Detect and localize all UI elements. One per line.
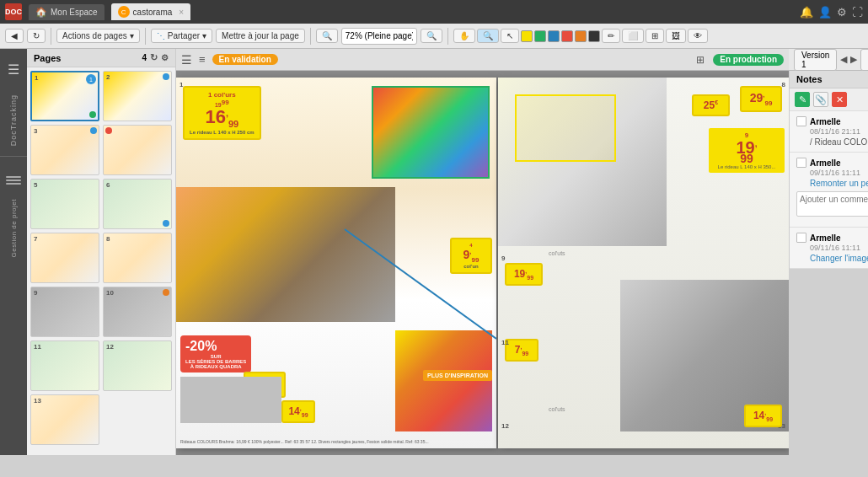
page-number-8: 8 bbox=[782, 81, 785, 88]
zoom-search-button[interactable]: 🔍 bbox=[421, 29, 442, 43]
notes-toolbar: ✎ 📎 ✕ bbox=[790, 88, 868, 111]
page-thumb-4[interactable]: 4 bbox=[103, 125, 172, 175]
price-badge-2: 4 9,99 col'un bbox=[450, 238, 492, 274]
page-thumb-13[interactable]: 13 bbox=[30, 394, 99, 445]
note-item-3: Armelle 09/11/16 11:11 Changer l'image bbox=[790, 228, 868, 269]
hardware-image bbox=[180, 377, 281, 423]
pages-title: Pages bbox=[34, 53, 61, 63]
actions-button[interactable]: Actions de pages ▾ bbox=[56, 29, 140, 43]
zoom-input[interactable] bbox=[341, 28, 417, 45]
menu-icon[interactable]: ☰ bbox=[181, 53, 192, 67]
price-right-4: 19,99 bbox=[505, 263, 543, 286]
doctracking-label: DocTracking bbox=[9, 94, 18, 146]
page-row-7: 13 bbox=[30, 394, 172, 445]
notes-title: Notes bbox=[796, 74, 822, 84]
page-thumb-10[interactable]: 10 bbox=[103, 287, 172, 337]
page-thumb-8[interactable]: 8 bbox=[103, 233, 172, 283]
hand-tool[interactable]: ✋ bbox=[453, 29, 475, 43]
pages-panel: Pages 4 ↻ ⚙ 1 1 2 bbox=[27, 49, 176, 455]
note-checkbox-3[interactable] bbox=[796, 233, 806, 243]
notes-header: Notes bbox=[790, 71, 868, 88]
price-right-5: 7,99 bbox=[505, 339, 538, 362]
expand-icon[interactable]: ⛶ bbox=[852, 6, 863, 19]
sub-toolbar-right: ⊞ En production bbox=[696, 54, 784, 66]
chevron-down-icon: ▾ bbox=[130, 31, 134, 40]
price-badge-4: 14,99 bbox=[281, 400, 315, 423]
view-icon[interactable]: ⊞ bbox=[696, 54, 705, 66]
tab-castorama[interactable]: C castorama × bbox=[111, 3, 191, 20]
left-panel: ☰ DocTracking Gestion de projet bbox=[0, 49, 27, 455]
back-button[interactable]: ◀ bbox=[5, 29, 24, 43]
note-item-2: Armelle 09/11/16 11:11 Remonter un peu l… bbox=[790, 153, 868, 228]
crop-tool[interactable]: ⊞ bbox=[646, 29, 664, 43]
color-swatch-green[interactable] bbox=[534, 30, 546, 42]
note-comment-input[interactable] bbox=[796, 191, 868, 217]
notes-add-btn[interactable]: ✎ bbox=[795, 92, 810, 107]
notes-delete-btn[interactable]: ✕ bbox=[832, 92, 847, 107]
page-row-5: 9 10 bbox=[30, 287, 172, 337]
catalog-page-right[interactable]: 7 8 29,99 25€ 9 19, bbox=[498, 78, 789, 448]
page-thumb-11[interactable]: 11 bbox=[30, 340, 99, 391]
selection-box bbox=[372, 86, 490, 179]
fabric-image bbox=[372, 86, 490, 179]
toolbar-separator-1 bbox=[51, 28, 51, 45]
cushion-images bbox=[395, 330, 492, 431]
page-row-2: 3 4 bbox=[30, 125, 172, 175]
color-swatch-dark[interactable] bbox=[588, 30, 600, 42]
list-icon[interactable]: ≡ bbox=[197, 51, 207, 67]
note-action-3[interactable]: Changer l'image bbox=[810, 254, 868, 263]
color-swatch-red[interactable] bbox=[561, 30, 573, 42]
content-column: ☰ ≡ En validation ⊞ En production 1 1 co… bbox=[176, 49, 789, 455]
top-right-icons: 🔔 👤 ⚙ ⛶ bbox=[800, 6, 863, 19]
prev-version-icon[interactable]: ◀ bbox=[840, 54, 847, 65]
coluts-label-1: col'uts bbox=[549, 250, 565, 256]
share-button[interactable]: ⋱ Partager ▾ bbox=[151, 29, 212, 43]
note-item-1: Armelle 08/11/16 21:11 / Rideau COLOURS … bbox=[790, 111, 868, 153]
note-checkbox-1[interactable] bbox=[796, 116, 806, 126]
draw-tool[interactable]: ✏ bbox=[602, 29, 620, 43]
notes-attach-btn[interactable]: 📎 bbox=[813, 92, 828, 107]
discount-badge-20: -20% SUR LES SÉRIES DE BARRES À RIDEAUX … bbox=[180, 335, 251, 372]
page-number-9: 9 bbox=[501, 255, 505, 262]
tab-mon-espace[interactable]: 🏠 Mon Espace bbox=[29, 4, 104, 20]
sidebar-toggle[interactable]: ☰ bbox=[0, 56, 27, 83]
user-icon[interactable]: 👤 bbox=[818, 6, 832, 19]
next-version-icon[interactable]: ▶ bbox=[850, 54, 857, 65]
page-thumb-12[interactable]: 12 bbox=[103, 340, 172, 391]
page-thumb-1[interactable]: 1 1 bbox=[30, 71, 99, 121]
page-thumb-3[interactable]: 3 bbox=[30, 125, 99, 175]
pages-refresh-icon[interactable]: ↻ bbox=[150, 52, 158, 63]
page-thumb-2[interactable]: 2 bbox=[103, 71, 172, 121]
pointer-tool[interactable]: ↖ bbox=[501, 29, 519, 43]
page-row-6: 11 12 bbox=[30, 340, 172, 391]
color-swatch-yellow[interactable] bbox=[521, 30, 533, 42]
page-number-12: 12 bbox=[501, 422, 509, 430]
refresh-button[interactable]: ↻ bbox=[27, 29, 46, 43]
settings-icon[interactable]: ⚙ bbox=[837, 6, 847, 19]
rect-tool[interactable]: ⬜ bbox=[622, 29, 644, 43]
note-checkbox-2[interactable] bbox=[796, 158, 806, 168]
page-thumb-5[interactable]: 5 bbox=[30, 179, 99, 229]
pages-list: 1 1 2 3 4 bbox=[27, 67, 175, 455]
version-select[interactable]: Version 1 bbox=[794, 49, 837, 71]
zoom-tool[interactable]: 🔍 bbox=[477, 29, 499, 43]
note-user-3: Armelle bbox=[796, 233, 868, 243]
pages-settings-icon[interactable]: ⚙ bbox=[161, 53, 169, 62]
eye-tool[interactable]: 👁 bbox=[688, 29, 708, 43]
catalog-page-left[interactable]: 1 1 col'urs 1999 16,99 Le rideau L 140 x… bbox=[176, 78, 496, 448]
gestion-projet-icon[interactable] bbox=[0, 167, 27, 194]
image-tool[interactable]: 🖼 bbox=[666, 29, 686, 43]
update-button[interactable]: Mettre à jour la page bbox=[216, 29, 305, 43]
page-thumb-7[interactable]: 7 bbox=[30, 233, 99, 283]
color-swatch-orange[interactable] bbox=[575, 30, 587, 42]
toolbar: ◀ ↻ Actions de pages ▾ ⋱ Partager ▾ Mett… bbox=[0, 24, 868, 49]
page-thumb-6[interactable]: 6 bbox=[103, 179, 172, 229]
note-action-2[interactable]: Remonter un peu l'image bbox=[810, 179, 868, 188]
pages-header-right: 4 ↻ ⚙ bbox=[142, 52, 169, 63]
color-swatch-blue[interactable] bbox=[548, 30, 560, 42]
bell-icon[interactable]: 🔔 bbox=[800, 6, 813, 19]
tab-close-icon[interactable]: × bbox=[179, 8, 184, 17]
page-thumb-9[interactable]: 9 bbox=[30, 287, 99, 337]
zoom-out-button[interactable]: 🔍 bbox=[316, 29, 338, 43]
goto-btn[interactable]: Aller à bbox=[860, 49, 868, 71]
